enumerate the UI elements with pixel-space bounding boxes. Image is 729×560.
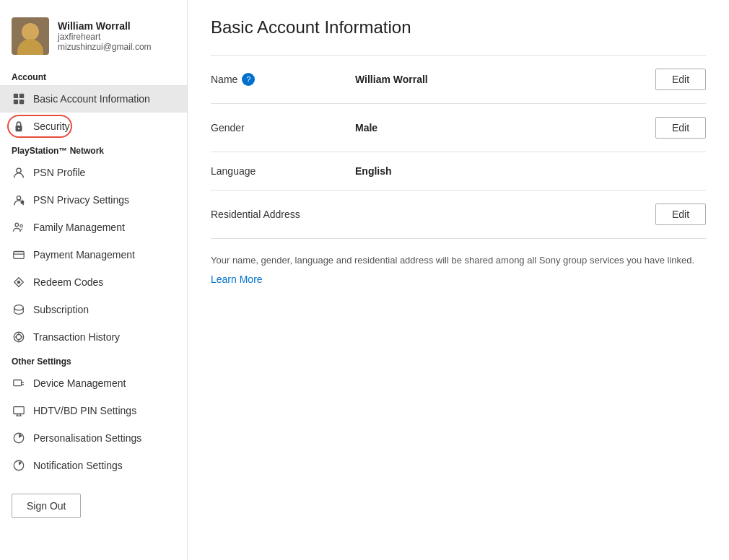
- sidebar-family-label: Family Management: [33, 222, 125, 233]
- name-value: William Worrall: [355, 74, 655, 85]
- sidebar-item-device-management[interactable]: Device Management: [0, 369, 187, 397]
- sidebar-device-label: Device Management: [33, 377, 126, 389]
- sidebar-transaction-label: Transaction History: [33, 331, 120, 343]
- subscription-icon: [12, 302, 26, 317]
- sidebar-item-notification[interactable]: Notification Settings: [0, 452, 187, 479]
- svg-point-14: [17, 281, 21, 284]
- user-name: William Worrall: [58, 20, 152, 32]
- sign-out-button[interactable]: Sign Out: [12, 494, 81, 518]
- user-email: mizushinzui@gmail.com: [58, 42, 152, 52]
- svg-point-17: [16, 334, 21, 339]
- svg-rect-8: [21, 201, 25, 204]
- name-row: Name ? William Worrall Edit: [211, 55, 706, 104]
- account-section-label: Account: [0, 66, 187, 85]
- tv-icon: [12, 403, 26, 418]
- sidebar-basic-account-label: Basic Account Information: [33, 93, 150, 105]
- name-edit-button[interactable]: Edit: [655, 69, 706, 90]
- sidebar-item-basic-account[interactable]: Basic Account Information: [0, 85, 187, 113]
- gender-edit-button[interactable]: Edit: [655, 117, 706, 139]
- sidebar-psn-privacy-label: PSN Privacy Settings: [33, 194, 129, 206]
- family-icon: [12, 220, 26, 235]
- sidebar: William Worrall jaxfireheart mizushinzui…: [0, 0, 188, 560]
- sidebar-personalisation-label: Personalisation Settings: [33, 432, 141, 444]
- svg-point-10: [15, 223, 19, 227]
- redeem-icon: [12, 275, 26, 289]
- svg-rect-22: [14, 380, 22, 386]
- gender-label: Gender: [211, 122, 355, 134]
- svg-rect-0: [14, 94, 18, 98]
- svg-point-15: [14, 305, 24, 310]
- notification-icon: [12, 458, 26, 473]
- sidebar-item-payment-management[interactable]: Payment Management: [0, 241, 187, 268]
- other-settings-label: Other Settings: [0, 351, 187, 369]
- sidebar-item-security[interactable]: Security: [0, 113, 187, 140]
- sidebar-item-psn-profile[interactable]: PSN Profile: [0, 159, 187, 186]
- svg-point-11: [20, 224, 23, 227]
- transaction-icon: [12, 330, 26, 344]
- language-row: Language English: [211, 152, 706, 191]
- sidebar-hdtv-label: HDTV/BD PIN Settings: [33, 405, 136, 416]
- sidebar-item-hdtv-pin[interactable]: HDTV/BD PIN Settings: [0, 397, 187, 424]
- svg-point-6: [17, 168, 21, 172]
- gender-row: Gender Male Edit: [211, 104, 706, 152]
- psn-section-label: PlayStation™ Network: [0, 140, 187, 159]
- sidebar-notification-label: Notification Settings: [33, 460, 123, 471]
- svg-point-7: [17, 196, 20, 200]
- avatar: [12, 17, 49, 55]
- language-label: Language: [211, 165, 355, 177]
- svg-rect-25: [14, 407, 24, 414]
- main-content: Basic Account Information Name ? William…: [188, 0, 729, 560]
- learn-more-link[interactable]: Learn More: [211, 272, 263, 287]
- sidebar-item-subscription[interactable]: Subscription: [0, 296, 187, 323]
- sign-out-container: Sign Out: [0, 479, 187, 533]
- gender-value: Male: [355, 122, 655, 134]
- name-help-icon[interactable]: ?: [242, 73, 255, 86]
- lock-icon: [12, 119, 26, 134]
- residential-address-edit-button[interactable]: Edit: [655, 204, 706, 225]
- sidebar-item-redeem-codes[interactable]: Redeem Codes: [0, 268, 187, 296]
- svg-point-5: [18, 128, 19, 129]
- sidebar-item-personalisation[interactable]: Personalisation Settings: [0, 424, 187, 452]
- privacy-icon: [12, 193, 26, 207]
- sidebar-subscription-label: Subscription: [33, 304, 89, 315]
- sidebar-payment-label: Payment Management: [33, 249, 135, 261]
- sidebar-redeem-label: Redeem Codes: [33, 276, 103, 288]
- sidebar-psn-profile-label: PSN Profile: [33, 167, 85, 178]
- svg-rect-3: [19, 100, 24, 104]
- residential-address-label: Residential Address: [211, 209, 355, 220]
- name-label: Name ?: [211, 73, 355, 86]
- residential-address-row: Residential Address Edit: [211, 191, 706, 239]
- svg-rect-1: [19, 94, 24, 98]
- psn-profile-icon: [12, 165, 26, 180]
- user-info: William Worrall jaxfireheart mizushinzui…: [0, 12, 187, 66]
- svg-rect-2: [14, 100, 18, 104]
- grid-icon: [12, 92, 26, 106]
- info-note: Your name, gender, language and resident…: [211, 239, 706, 293]
- user-details: William Worrall jaxfireheart mizushinzui…: [58, 20, 152, 52]
- page-title: Basic Account Information: [211, 17, 706, 38]
- sidebar-security-label: Security: [33, 121, 70, 132]
- svg-rect-12: [14, 252, 24, 259]
- sidebar-item-transaction-history[interactable]: Transaction History: [0, 323, 187, 351]
- user-psn-id: jaxfireheart: [58, 32, 152, 42]
- sidebar-item-psn-privacy[interactable]: PSN Privacy Settings: [0, 186, 187, 214]
- sidebar-item-family-management[interactable]: Family Management: [0, 214, 187, 241]
- language-value: English: [355, 165, 706, 177]
- personalisation-icon: [12, 431, 26, 445]
- payment-icon: [12, 248, 26, 262]
- device-icon: [12, 376, 26, 390]
